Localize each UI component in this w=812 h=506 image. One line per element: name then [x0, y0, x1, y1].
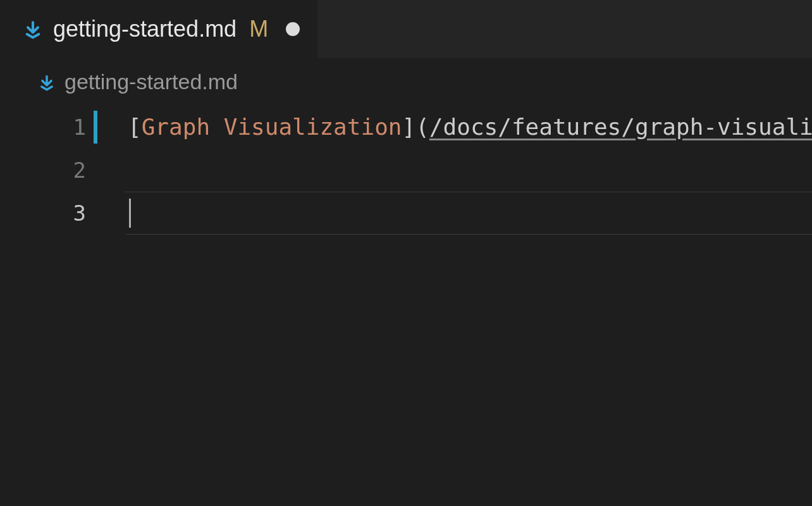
markdown-link-text: Graph Visualization — [142, 106, 402, 149]
tab-dirty-dot-icon[interactable] — [286, 22, 300, 36]
code-editor[interactable]: 1 [Graph Visualization](/docs/features/g… — [0, 106, 812, 235]
markdown-bracket: [ — [128, 106, 142, 149]
code-content[interactable]: [Graph Visualization](/docs/features/gra… — [96, 106, 812, 149]
tab-modified-indicator: M — [249, 16, 268, 42]
editor-line[interactable]: 2 — [0, 149, 812, 192]
line-number: 3 — [0, 192, 96, 235]
editor-line[interactable]: 3 — [0, 192, 812, 235]
line-number: 2 — [0, 149, 96, 192]
line-number: 1 — [0, 106, 96, 149]
tab-bar: getting-started.md M — [0, 0, 812, 58]
markdown-file-icon — [23, 19, 43, 39]
code-content[interactable] — [96, 199, 131, 228]
breadcrumb-filename: getting-started.md — [65, 70, 238, 94]
git-gutter-marker — [94, 111, 97, 144]
markdown-link-url: /docs/features/graph-visualiza — [429, 106, 812, 149]
editor-line[interactable]: 1 [Graph Visualization](/docs/features/g… — [0, 106, 812, 149]
markdown-file-icon — [38, 73, 56, 91]
text-cursor — [129, 199, 131, 228]
tab-filename: getting-started.md — [53, 16, 237, 42]
editor-tab[interactable]: getting-started.md M — [0, 0, 317, 58]
breadcrumb[interactable]: getting-started.md — [0, 58, 812, 106]
markdown-bracket: ]( — [402, 106, 429, 149]
